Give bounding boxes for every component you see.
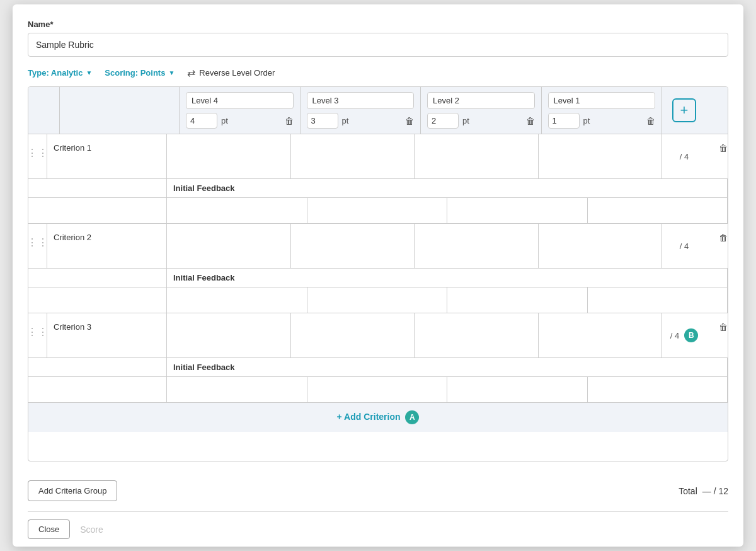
criterion-2-score: / 4 [662,224,706,268]
criterion-1-level-3-cell[interactable] [291,134,415,178]
criterion-3-feedback-level-4[interactable] [167,377,307,402]
criterion-2-feedback-label: Initial Feedback [167,269,728,287]
criterion-3-level-4-cell[interactable] [167,313,291,357]
criterion-1-level-2-cell[interactable] [415,134,539,178]
badge-b: B [684,328,698,342]
name-input[interactable] [28,33,728,57]
criterion-1-name[interactable]: Criterion 1 [47,134,167,178]
criterion-1-drag-handle[interactable]: ⋮⋮ [28,134,47,178]
criterion-3-delete-col: 🗑 [706,313,728,357]
level-2-delete-icon[interactable]: 🗑 [526,116,535,126]
level-3-points-input[interactable] [307,113,338,129]
add-level-cell: + [662,87,706,134]
criterion-3-feedback-cell-spacer [28,377,167,402]
criterion-3-delete-icon[interactable]: 🗑 [719,322,728,332]
total-section: Total — / 12 [679,486,728,496]
criterion-1-feedback-level-1[interactable] [588,198,728,223]
criterion-1-score: / 4 [662,134,706,178]
badge-a: A [405,410,419,424]
criterion-1-feedback-cell-spacer [28,198,167,223]
criterion-3-feedback-level-3[interactable] [307,377,448,402]
criterion-2-feedback-level-4[interactable] [167,287,307,313]
close-button[interactable]: Close [28,519,70,539]
criterion-1-level-4-cell[interactable] [167,134,291,178]
criterion-2-feedback-level-1[interactable] [588,287,728,313]
criterion-1-feedback-cell-row [28,197,728,223]
criterion-1-feedback-header-row: Initial Feedback [28,178,728,197]
criterion-3-feedback-header-row: Initial Feedback [28,357,728,376]
level-4-delete-icon[interactable]: 🗑 [285,116,294,126]
criterion-2-drag-handle[interactable]: ⋮⋮ [28,224,47,268]
criterion-2-row: ⋮⋮ Criterion 2 / 4 🗑 [28,224,728,268]
drag-dots-icon-2: ⋮⋮ [28,236,49,248]
criterion-3-score-text: / 4 [670,331,679,340]
criterion-1-row: ⋮⋮ Criterion 1 / 4 🗑 [28,134,728,178]
total-value: — / 12 [702,486,728,496]
level-3-delete-icon[interactable]: 🗑 [405,116,414,126]
criterion-3-feedback-level-1[interactable] [588,377,728,402]
level-2-pt-label: pt [462,116,469,125]
toolbar: Type: Analytic ▼ Scoring: Points ▼ ⇄ Rev… [28,67,728,79]
header-right-spacer [706,87,728,134]
criterion-3-level-2-cell[interactable] [415,313,539,357]
criterion-2-level-2-cell[interactable] [415,224,539,268]
level-4-points-input[interactable] [186,113,217,129]
scoring-dropdown[interactable]: Scoring: Points ▼ [105,68,175,78]
criterion-3-feedback-label: Initial Feedback [167,358,728,376]
level-3-name-input[interactable] [307,92,415,109]
criterion-1-feedback-level-4[interactable] [167,198,307,223]
criterion-2-level-1-cell[interactable] [539,224,663,268]
total-label: Total [679,486,697,496]
criterion-1-delete-icon[interactable]: 🗑 [719,143,728,153]
level-1-name-input[interactable] [548,92,656,109]
header-drag-spacer [28,87,60,134]
criterion-3-row: ⋮⋮ Criterion 3 / 4B 🗑 [28,313,728,357]
add-criteria-group-button[interactable]: Add Criteria Group [28,480,117,501]
reverse-icon: ⇄ [187,67,195,79]
type-chevron-icon: ▼ [86,69,92,76]
criterion-1-block: ⋮⋮ Criterion 1 / 4 🗑 Initial Feedback [28,134,728,224]
criterion-2-feedback-level-3[interactable] [307,287,448,313]
criterion-3-level-3-cell[interactable] [291,313,415,357]
header-level-4: pt 🗑 [180,87,301,134]
rubric-modal: Name* Type: Analytic ▼ Scoring: Points ▼… [13,4,743,547]
level-4-pt-label: pt [221,116,228,125]
criterion-3-feedback-level-2[interactable] [447,377,588,402]
drag-dots-icon: ⋮⋮ [28,147,49,159]
criterion-3-feedback-spacer [28,358,167,376]
level-4-name-input[interactable] [186,92,294,109]
criterion-2-feedback-cell-row [28,287,728,313]
criterion-3-score: / 4B [662,313,706,357]
criterion-1-feedback-level-3[interactable] [307,198,448,223]
level-2-name-input[interactable] [427,92,535,109]
drag-dots-icon-3: ⋮⋮ [28,326,49,338]
criterion-2-feedback-header-row: Initial Feedback [28,268,728,287]
criterion-1-level-1-cell[interactable] [539,134,663,178]
name-label: Name* [28,20,728,29]
score-label: Score [80,525,103,535]
reverse-order-button[interactable]: ⇄ Reverse Level Order [187,67,275,79]
criterion-2-delete-col: 🗑 [706,224,728,268]
criterion-2-level-4-cell[interactable] [167,224,291,268]
type-dropdown[interactable]: Type: Analytic ▼ [28,68,92,78]
rubric-table: pt 🗑 pt 🗑 pt 🗑 [28,86,728,461]
level-3-pt-label: pt [342,116,349,125]
criterion-1-delete-col: 🗑 [706,134,728,178]
level-1-delete-icon[interactable]: 🗑 [646,116,655,126]
criterion-2-name[interactable]: Criterion 2 [47,224,167,268]
level-2-points-input[interactable] [427,113,459,129]
add-criterion-button[interactable]: + Add Criterion A [337,410,420,424]
rubric-header: pt 🗑 pt 🗑 pt 🗑 [28,87,728,134]
rubric-footer: Add Criteria Group Total — / 12 [28,470,728,511]
criterion-2-delete-icon[interactable]: 🗑 [719,233,728,243]
criterion-1-feedback-level-2[interactable] [447,198,588,223]
level-1-points-input[interactable] [548,113,580,129]
criterion-1-feedback-spacer [28,179,167,197]
criterion-2-feedback-level-2[interactable] [447,287,588,313]
criterion-3-name[interactable]: Criterion 3 [47,313,167,357]
criterion-3-drag-handle[interactable]: ⋮⋮ [28,313,47,357]
criterion-1-feedback-label: Initial Feedback [167,179,728,197]
add-level-button[interactable]: + [672,98,696,122]
criterion-3-level-1-cell[interactable] [539,313,663,357]
criterion-2-level-3-cell[interactable] [291,224,415,268]
